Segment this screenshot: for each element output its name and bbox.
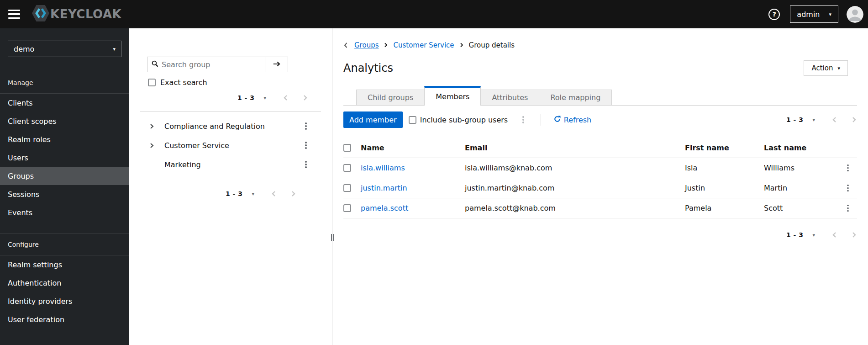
table-row: pamela.scott pamela.scott@knab.com Pamel… [343, 198, 857, 218]
sidebar-item-authentication[interactable]: Authentication [0, 274, 129, 292]
pagination-prev-button[interactable] [283, 94, 289, 101]
refresh-button[interactable]: Refresh [554, 116, 591, 124]
member-first-name: Justin [685, 184, 764, 192]
pagination-range: 1 - 3 [786, 116, 804, 123]
group-name[interactable]: Marketing [164, 160, 303, 169]
caret-down-icon: ▾ [829, 12, 831, 17]
member-email: justin.martin@knab.com [465, 184, 685, 192]
pagination-prev-button[interactable] [831, 116, 837, 123]
member-email: isla.williams@knab.com [465, 164, 685, 172]
tab-child-groups[interactable]: Child groups [356, 90, 425, 105]
member-username-link[interactable]: isla.williams [361, 164, 465, 172]
hamburger-menu-icon[interactable] [8, 10, 20, 19]
exact-search-checkbox[interactable] [148, 79, 156, 86]
member-last-name: Martin [764, 184, 839, 192]
search-submit-button[interactable] [265, 57, 288, 72]
tab-attributes[interactable]: Attributes [480, 90, 539, 105]
panel-resize-handle[interactable] [331, 234, 334, 241]
breadcrumb-back-icon[interactable] [343, 42, 348, 48]
pagination-options-caret[interactable]: ▾ [252, 191, 254, 196]
pagination-prev-button[interactable] [831, 231, 837, 239]
sidebar-item-clients[interactable]: Clients [0, 94, 129, 112]
pagination-prev-button[interactable] [271, 190, 277, 197]
realm-name: demo [14, 45, 34, 53]
pagination-options-caret[interactable]: ▾ [812, 117, 815, 122]
refresh-icon [554, 116, 561, 124]
sidebar-item-client-scopes[interactable]: Client scopes [0, 112, 129, 130]
row-kebab-button[interactable] [845, 163, 851, 174]
caret-down-icon: ▾ [837, 66, 840, 71]
nav-section-manage-label: Manage [0, 72, 129, 93]
pagination-range: 1 - 3 [226, 190, 243, 197]
sidebar-item-realm-settings[interactable]: Realm settings [0, 255, 129, 274]
kebab-menu-button[interactable] [303, 159, 309, 170]
breadcrumb-separator-icon [384, 41, 388, 49]
pagination-options-caret[interactable]: ▾ [263, 96, 266, 101]
expand-chevron-icon[interactable] [150, 143, 160, 149]
table-row: isla.williams isla.williams@knab.com Isl… [343, 158, 857, 178]
group-name[interactable]: Customer Service [164, 141, 303, 150]
member-first-name: Isla [685, 164, 764, 172]
breadcrumb: Groups Customer Service Group details [343, 41, 857, 49]
tab-role-mapping[interactable]: Role mapping [539, 90, 612, 105]
group-tree-panel: Exact search 1 - 3 ▾ Compliance and Regu… [129, 28, 332, 345]
sidebar-item-groups[interactable]: Groups [0, 167, 129, 185]
member-last-name: Scott [764, 204, 839, 212]
page-title: Analytics [343, 62, 393, 74]
username: admin [797, 10, 820, 19]
kebab-menu-button[interactable] [303, 140, 309, 151]
realm-selector[interactable]: demo ▾ [8, 41, 121, 57]
row-checkbox[interactable] [343, 184, 351, 192]
brand-text: KEYCLOAK [50, 7, 121, 21]
sidebar-item-events[interactable]: Events [0, 203, 129, 222]
keycloak-logo-icon [32, 4, 49, 25]
kebab-menu-button[interactable] [303, 121, 309, 132]
arrow-right-icon [273, 60, 281, 69]
column-header-name: Name [361, 143, 465, 152]
row-checkbox[interactable] [343, 164, 351, 172]
group-name[interactable]: Compliance and Regulation [164, 122, 303, 131]
group-tree-item: Compliance and Regulation [129, 117, 332, 136]
table-header-row: Name Email First name Last name [343, 138, 857, 158]
member-username-link[interactable]: justin.martin [361, 184, 465, 192]
pagination-options-caret[interactable]: ▾ [812, 233, 815, 238]
breadcrumb-link-groups[interactable]: Groups [354, 41, 379, 49]
include-subgroups-label: Include sub-group users [420, 116, 508, 124]
include-subgroups-checkbox[interactable] [409, 116, 416, 124]
user-menu[interactable]: admin ▾ [790, 5, 838, 23]
help-icon[interactable]: ? [768, 9, 780, 20]
sidebar-item-sessions[interactable]: Sessions [0, 185, 129, 203]
pagination-next-button[interactable] [290, 190, 296, 197]
row-checkbox[interactable] [343, 204, 351, 212]
pagination-next-button[interactable] [302, 94, 308, 101]
column-header-first-name: First name [685, 143, 764, 152]
sidebar-item-user-federation[interactable]: User federation [0, 310, 129, 329]
row-kebab-button[interactable] [845, 203, 851, 214]
caret-down-icon: ▾ [113, 47, 116, 52]
action-dropdown-button[interactable]: Action ▾ [804, 60, 848, 76]
sidebar-item-identity-providers[interactable]: Identity providers [0, 292, 129, 310]
breadcrumb-link-customer-service[interactable]: Customer Service [393, 41, 454, 49]
add-member-button[interactable]: Add member [343, 111, 403, 128]
pagination-next-button[interactable] [851, 231, 857, 239]
sidebar-item-users[interactable]: Users [0, 149, 129, 167]
member-email: pamela.scott@knab.com [465, 204, 685, 212]
user-avatar[interactable] [847, 6, 863, 23]
members-table: Name Email First name Last name isla.wil… [343, 138, 857, 218]
tab-members[interactable]: Members [424, 86, 481, 106]
pagination-range: 1 - 3 [786, 231, 804, 239]
sidebar: demo ▾ Manage Clients Client scopes Real… [0, 28, 129, 345]
sidebar-item-realm-roles[interactable]: Realm roles [0, 130, 129, 149]
expand-chevron-icon[interactable] [150, 123, 160, 129]
member-username-link[interactable]: pamela.scott [361, 204, 465, 212]
toolbar-kebab-icon[interactable] [521, 114, 526, 125]
group-search-input[interactable] [162, 60, 253, 69]
breadcrumb-separator-icon [460, 41, 463, 49]
pagination-next-button[interactable] [851, 116, 857, 123]
column-header-last-name: Last name [764, 143, 839, 152]
member-first-name: Pamela [685, 204, 764, 212]
row-kebab-button[interactable] [845, 183, 851, 194]
column-header-email: Email [465, 143, 685, 152]
table-row: justin.martin justin.martin@knab.com Jus… [343, 178, 857, 198]
select-all-checkbox[interactable] [343, 144, 351, 152]
